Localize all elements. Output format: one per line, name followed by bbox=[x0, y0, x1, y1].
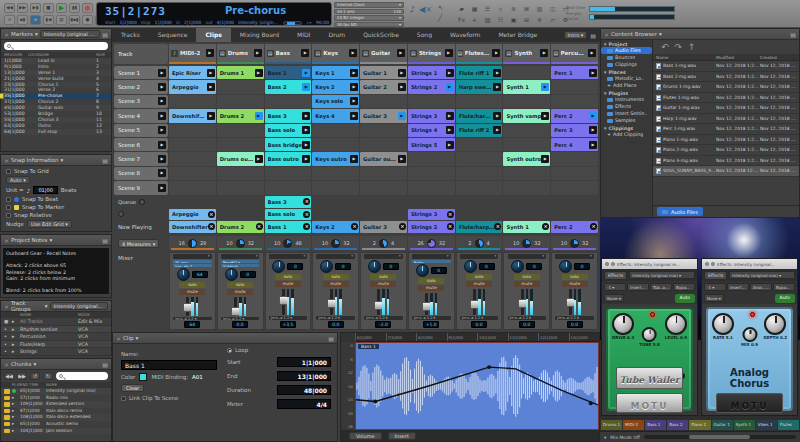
scene-launch-scene-5[interactable]: Scene 5▶ bbox=[114, 124, 168, 137]
insert-effect-chip[interactable]: Echo bbox=[412, 260, 451, 264]
clip-play-button[interactable]: ▶ bbox=[350, 112, 358, 120]
queue-slot[interactable]: Bass 3× bbox=[265, 196, 312, 208]
waveform-tab-insert[interactable]: Insert bbox=[388, 432, 416, 440]
slot-dropdown[interactable]: -1 ▾ bbox=[704, 283, 726, 291]
mute-button[interactable]: mute bbox=[466, 281, 492, 287]
time-counter[interactable]: 35|2|273 bbox=[105, 5, 166, 18]
rewind-icon[interactable]: ◀◀ bbox=[4, 3, 15, 13]
out-value[interactable]: 4|1|000 bbox=[217, 20, 234, 25]
clip[interactable]: Guitar 2▶ bbox=[360, 80, 407, 93]
close-icon[interactable]: × bbox=[4, 303, 9, 310]
queue-cancel-icon[interactable]: × bbox=[256, 223, 263, 230]
clip-slot[interactable]: Bass bridge▶ bbox=[265, 138, 312, 151]
board-channel-piano-2[interactable]: Piano 2 bbox=[689, 420, 710, 430]
tool-icon[interactable]: ▨ bbox=[482, 15, 493, 24]
unit-value[interactable]: 01|00 bbox=[33, 186, 57, 194]
clip[interactable]: Strings 3▶ bbox=[408, 109, 455, 122]
track-header-flutes-harp[interactable]: ▤Flutes/Harp▶ bbox=[456, 44, 503, 64]
clip[interactable]: Synth vamp▶ bbox=[503, 109, 550, 122]
output-assignment-dropdown[interactable]: Jm's..a 1-2 ▾ bbox=[269, 316, 308, 320]
clip-play-button[interactable]: ▶ bbox=[255, 112, 263, 120]
clip-play-button[interactable]: ▶ bbox=[541, 112, 549, 120]
clip[interactable]: Keys solo▶ bbox=[312, 95, 359, 108]
automation-button[interactable]: Auto bbox=[775, 294, 795, 303]
clip-slot[interactable] bbox=[551, 152, 598, 165]
pan-value[interactable]: 0 bbox=[574, 263, 590, 270]
solo-button[interactable]: solo bbox=[562, 274, 588, 280]
clip-play-button[interactable]: ▶ bbox=[302, 83, 310, 91]
clip-play-button[interactable]: ▶ bbox=[255, 69, 263, 77]
bell-icon[interactable]: ♪ bbox=[410, 4, 415, 16]
window-title-bar[interactable]: Effects: Intensity (original m... bbox=[602, 259, 697, 269]
clip-slot[interactable]: Arpeggio▶ bbox=[169, 80, 216, 93]
file-row[interactable]: Piano 1-mg.wavNov 12, 2018 1:23 PMNov 12… bbox=[653, 135, 799, 146]
undo-icon[interactable]: ↺ bbox=[4, 15, 15, 25]
queue-status-icon[interactable] bbox=[139, 199, 145, 205]
file-row[interactable]: Guitar 1-mg.wavNov 12, 2018 1:23 PMNov 1… bbox=[653, 103, 799, 114]
clip-play-button[interactable]: ▶ bbox=[493, 126, 501, 134]
chunk-row[interactable]: ▸109|1|000Extended version bbox=[1, 401, 111, 408]
track-group-row[interactable]: •▸Rhythm sectionVCA bbox=[1, 326, 111, 334]
clip-play-button[interactable]: ▶ bbox=[493, 112, 501, 120]
clip[interactable]: Drums 1▶ bbox=[217, 66, 264, 79]
nudge-dropdown[interactable]: Use Edit Grid ▾ bbox=[27, 220, 72, 228]
file-row[interactable]: Perc 1-mg.wavNov 12, 2018 1:23 PMNov 12,… bbox=[653, 124, 799, 135]
clip-play-button[interactable]: ▶ bbox=[398, 69, 406, 77]
record-icon[interactable]: ● bbox=[82, 3, 93, 13]
tool-icon[interactable]: ≋ bbox=[508, 4, 519, 13]
clip-slot[interactable]: Drums 1▶ bbox=[217, 66, 264, 79]
tab-midi[interactable]: MIDI bbox=[288, 28, 319, 42]
forward-icon[interactable]: ↷ bbox=[675, 42, 683, 52]
clip-slot[interactable] bbox=[456, 167, 503, 180]
automation-point[interactable] bbox=[589, 401, 593, 405]
clip-play-button[interactable]: ▶ bbox=[255, 155, 263, 163]
scene-play-button[interactable]: ▶ bbox=[158, 69, 166, 77]
solo-button[interactable]: solo bbox=[418, 278, 444, 284]
start-field[interactable]: 1|1|000 bbox=[277, 357, 331, 367]
clip-slot[interactable]: Guitar 2▶ bbox=[360, 80, 407, 93]
pencil-tool-icon[interactable]: ╱ bbox=[438, 14, 444, 22]
return-to-start-icon[interactable]: ▮◀ bbox=[43, 15, 54, 25]
plugin-dropdown[interactable]: Tub..ailer bbox=[650, 283, 672, 291]
track-play-button[interactable]: ▶ bbox=[588, 49, 596, 57]
tool-icon[interactable]: ▰ bbox=[456, 4, 467, 13]
loop-icon[interactable]: ∞ bbox=[30, 15, 41, 25]
queue-slot[interactable] bbox=[551, 209, 598, 221]
scene-launch-scene-2[interactable]: Scene 2▶ bbox=[114, 80, 168, 93]
queue-cancel-icon[interactable]: × bbox=[208, 223, 215, 230]
clip[interactable]: Keys 2▶ bbox=[312, 80, 359, 93]
clip-slot[interactable] bbox=[169, 181, 216, 194]
clip-slot[interactable] bbox=[169, 167, 216, 180]
insert-effect-chip[interactable]: Subkick bbox=[221, 264, 260, 267]
tree-item-add-clipping[interactable]: +Add Clipping bbox=[601, 131, 652, 138]
clip-play-button[interactable]: ▶ bbox=[493, 83, 501, 91]
clip-slot[interactable]: Synth outro▶ bbox=[503, 152, 550, 165]
clip-slot[interactable] bbox=[312, 138, 359, 151]
tab-drum[interactable]: Drum bbox=[319, 28, 354, 42]
tool-icon[interactable]: ⊞ bbox=[521, 15, 532, 24]
clip-slot[interactable] bbox=[551, 181, 598, 194]
notes-panel-title[interactable]: Project Notes bbox=[11, 237, 47, 243]
pan-value[interactable]: 0 bbox=[526, 263, 542, 270]
clip-play-button[interactable]: ▶ bbox=[446, 112, 454, 120]
insert-slot-dropdown[interactable]: ▾ bbox=[221, 254, 260, 259]
tree-item-melodic-lo-[interactable]: Melodic_Lo.. bbox=[601, 75, 652, 82]
clip-slot[interactable] bbox=[169, 152, 216, 165]
bit-depth-dropdown[interactable]: 24 Bit Integer▾ bbox=[334, 15, 404, 21]
clip-slot[interactable] bbox=[503, 124, 550, 137]
track-play-button[interactable]: ▶ bbox=[397, 49, 405, 57]
column-header[interactable]: Modified bbox=[716, 54, 760, 60]
track-group-row[interactable]: •▸Flute/HarpVCA bbox=[1, 341, 111, 349]
scene-launch-scene-1[interactable]: Scene 1▶ bbox=[114, 66, 168, 79]
clip-slot[interactable] bbox=[265, 181, 312, 194]
insert-slot-dropdown[interactable]: ▾ bbox=[460, 254, 499, 259]
clip[interactable]: Guitar 3× bbox=[360, 221, 407, 233]
solo-button[interactable]: solo bbox=[370, 274, 396, 280]
queue-cancel-icon[interactable]: × bbox=[303, 198, 310, 205]
clip[interactable]: Strings 3× bbox=[408, 209, 455, 221]
clip[interactable]: Drums 2× bbox=[217, 221, 264, 233]
effects-button[interactable]: Effects bbox=[704, 271, 727, 280]
queue-slot[interactable] bbox=[456, 209, 503, 221]
up-icon[interactable]: ↑ bbox=[688, 42, 696, 52]
rate-knob[interactable] bbox=[712, 313, 734, 335]
